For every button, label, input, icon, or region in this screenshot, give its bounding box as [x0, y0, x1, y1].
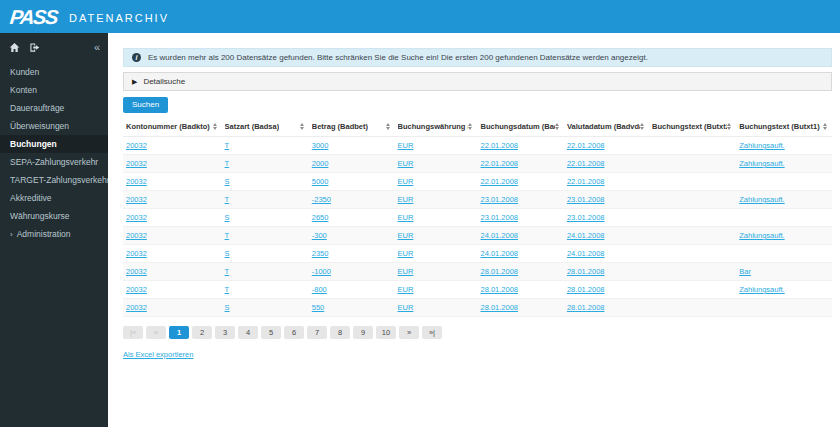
cell-link[interactable]: S	[225, 249, 230, 258]
cell-link[interactable]: 24.01.2008	[567, 231, 605, 240]
sidebar-item-konten[interactable]: Konten	[0, 81, 108, 99]
cell-link[interactable]: 23.01.2008	[567, 195, 605, 204]
cell-link[interactable]: Zahlungsauft.	[739, 195, 784, 204]
sort-icon[interactable]	[468, 123, 474, 130]
cell-link[interactable]: EUR	[398, 303, 414, 312]
cell-link[interactable]: 2350	[312, 249, 329, 258]
cell-link[interactable]: 22.01.2008	[567, 159, 605, 168]
detail-search-panel-header[interactable]: ▶ Detailsuche	[123, 72, 832, 91]
paginator-prev-button[interactable]: «	[146, 326, 166, 339]
paginator-page-4[interactable]: 4	[238, 326, 258, 339]
cell-link[interactable]: Zahlungsauft.	[739, 159, 784, 168]
cell-link[interactable]: -300	[312, 231, 327, 240]
cell-link[interactable]: 20032	[126, 267, 147, 276]
cell-link[interactable]: 3000	[312, 141, 329, 150]
sidebar-item-akkreditive[interactable]: Akkreditive	[0, 189, 108, 207]
cell-link[interactable]: 20032	[126, 159, 147, 168]
paginator-page-8[interactable]: 8	[330, 326, 350, 339]
cell-link[interactable]: 2000	[312, 159, 329, 168]
cell-link[interactable]: 20032	[126, 195, 147, 204]
cell-link[interactable]: 28.01.2008	[567, 303, 605, 312]
panel-toggle-icon[interactable]: ▶	[132, 78, 137, 85]
cell-link[interactable]: EUR	[398, 141, 414, 150]
cell-link[interactable]: 20032	[126, 303, 147, 312]
cell-link[interactable]: EUR	[398, 267, 414, 276]
sidebar-item-sepa-zahlungsverkehr[interactable]: SEPA-Zahlungsverkehr	[0, 153, 108, 171]
sidebar-item--berweisungen[interactable]: Überweisungen	[0, 117, 108, 135]
cell-link[interactable]: Zahlungsauft.	[739, 285, 784, 294]
cell-link[interactable]: EUR	[398, 231, 414, 240]
cell-link[interactable]: T	[225, 159, 230, 168]
cell-link[interactable]: 5000	[312, 177, 329, 186]
paginator-page-6[interactable]: 6	[284, 326, 304, 339]
cell-link[interactable]: 550	[312, 303, 325, 312]
cell-link[interactable]: Zahlungsauft.	[739, 141, 784, 150]
cell-link[interactable]: T	[225, 285, 230, 294]
column-header[interactable]: Kontonummer (Badkto)	[123, 117, 222, 137]
sidebar-item-dauerauftr-ge[interactable]: Daueraufträge	[0, 99, 108, 117]
cell-link[interactable]: EUR	[398, 213, 414, 222]
cell-link[interactable]: 23.01.2008	[480, 195, 518, 204]
cell-link[interactable]: 24.01.2008	[567, 249, 605, 258]
cell-link[interactable]: 28.01.2008	[480, 303, 518, 312]
cell-link[interactable]: 22.01.2008	[567, 177, 605, 186]
cell-link[interactable]: 28.01.2008	[567, 267, 605, 276]
cell-link[interactable]: T	[225, 195, 230, 204]
sort-icon[interactable]	[823, 123, 829, 130]
cell-link[interactable]: 22.01.2008	[480, 159, 518, 168]
column-header[interactable]: Buchungstext (Butxt1)	[736, 117, 832, 137]
sort-icon[interactable]	[640, 123, 646, 130]
cell-link[interactable]: 20032	[126, 177, 147, 186]
cell-link[interactable]: EUR	[398, 195, 414, 204]
home-icon[interactable]	[9, 42, 20, 53]
cell-link[interactable]: 23.01.2008	[567, 213, 605, 222]
paginator-page-5[interactable]: 5	[261, 326, 281, 339]
sort-icon[interactable]	[213, 123, 219, 130]
cell-link[interactable]: 20032	[126, 141, 147, 150]
sort-icon[interactable]	[300, 123, 306, 130]
cell-link[interactable]: 28.01.2008	[480, 285, 518, 294]
paginator-page-10[interactable]: 10	[376, 326, 396, 339]
cell-link[interactable]: T	[225, 141, 230, 150]
paginator-page-2[interactable]: 2	[192, 326, 212, 339]
cell-link[interactable]: T	[225, 231, 230, 240]
cell-link[interactable]: 20032	[126, 249, 147, 258]
cell-link[interactable]: 24.01.2008	[480, 249, 518, 258]
sidebar-item-kunden[interactable]: Kunden	[0, 63, 108, 81]
column-header[interactable]: Betrag (Badbet)	[309, 117, 395, 137]
cell-link[interactable]: 20032	[126, 285, 147, 294]
cell-link[interactable]: 28.01.2008	[480, 267, 518, 276]
column-header[interactable]: Valutadatum (Badvda8)	[564, 117, 649, 137]
cell-link[interactable]: Bar	[739, 267, 751, 276]
cell-link[interactable]: 20032	[126, 213, 147, 222]
cell-link[interactable]: S	[225, 177, 230, 186]
sort-icon[interactable]	[555, 123, 561, 130]
cell-link[interactable]: 22.01.2008	[480, 141, 518, 150]
cell-link[interactable]: -2350	[312, 195, 331, 204]
sort-icon[interactable]	[727, 123, 733, 130]
sidebar-item-buchungen[interactable]: Buchungen	[0, 135, 108, 153]
cell-link[interactable]: EUR	[398, 177, 414, 186]
column-header[interactable]: Buchungswährung (Badiso)	[395, 117, 478, 137]
cell-link[interactable]: 24.01.2008	[480, 231, 518, 240]
cell-link[interactable]: EUR	[398, 249, 414, 258]
export-excel-link[interactable]: Als Excel exportieren	[123, 350, 193, 359]
cell-link[interactable]: 22.01.2008	[567, 141, 605, 150]
cell-link[interactable]: -800	[312, 285, 327, 294]
paginator-next-button[interactable]: »	[399, 326, 419, 339]
paginator-last-button[interactable]: »|	[422, 326, 442, 339]
cell-link[interactable]: S	[225, 213, 230, 222]
sidebar-collapse-icon[interactable]: «	[94, 41, 100, 53]
cell-link[interactable]: 23.01.2008	[480, 213, 518, 222]
column-header[interactable]: Satzart (Badsa)	[222, 117, 309, 137]
cell-link[interactable]: 22.01.2008	[480, 177, 518, 186]
paginator-page-3[interactable]: 3	[215, 326, 235, 339]
paginator-page-7[interactable]: 7	[307, 326, 327, 339]
paginator-first-button[interactable]: |«	[123, 326, 143, 339]
sidebar-item-administration[interactable]: ›Administration	[0, 225, 108, 243]
cell-link[interactable]: 28.01.2008	[567, 285, 605, 294]
sidebar-item-w-hrungskurse[interactable]: Währungskurse	[0, 207, 108, 225]
paginator-page-9[interactable]: 9	[353, 326, 373, 339]
logout-icon[interactable]	[29, 42, 40, 53]
cell-link[interactable]: T	[225, 267, 230, 276]
